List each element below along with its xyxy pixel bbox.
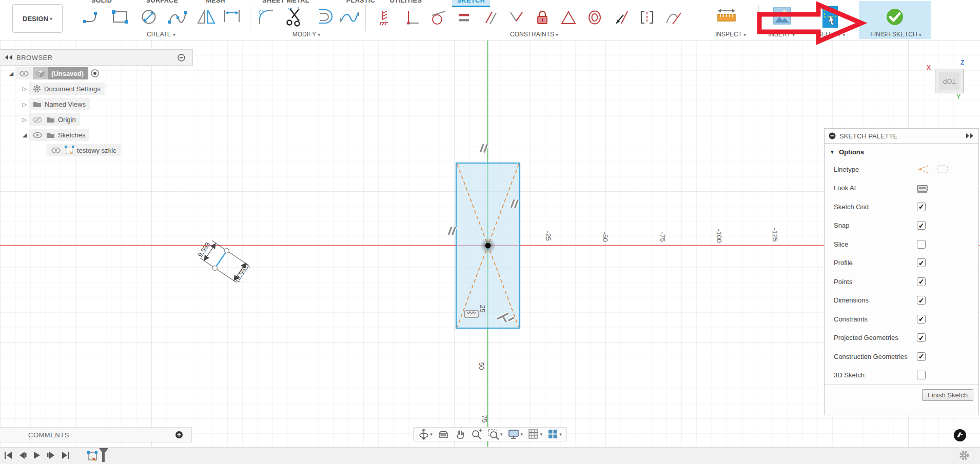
visibility-eye-icon[interactable]	[33, 132, 42, 138]
spline-tool-button[interactable]	[166, 5, 189, 29]
points-checkbox[interactable]	[917, 277, 926, 286]
construction-geometries-checkbox[interactable]	[917, 352, 926, 361]
circle-tool-button[interactable]	[137, 5, 161, 29]
play-button[interactable]	[32, 450, 42, 460]
grid-settings-button[interactable]: ▾	[528, 429, 542, 440]
symmetry-triangle-constraint-button[interactable]	[559, 8, 578, 27]
create-group-label[interactable]: CREATE	[147, 31, 175, 38]
visibility-eye-icon[interactable]	[51, 148, 61, 153]
3d-sketch-checkbox[interactable]	[917, 371, 926, 379]
autodesk-assistant-logo[interactable]	[953, 429, 967, 444]
fixed-constraint-button[interactable]	[376, 8, 395, 27]
browser-row-document[interactable]: ◢ (Unsaved)	[0, 66, 193, 81]
step-forward-button[interactable]	[46, 450, 56, 460]
step-back-button[interactable]	[17, 450, 28, 460]
rectangle-tool-button[interactable]	[108, 5, 132, 29]
pan-button[interactable]	[454, 429, 465, 440]
browser-row-origin[interactable]: ▷ Origin	[0, 112, 193, 127]
profile-checkbox[interactable]	[917, 258, 926, 267]
trim-tool-button[interactable]	[283, 5, 307, 29]
expand-toggle-icon[interactable]: ◢	[7, 70, 15, 77]
viewports-button[interactable]: ▾	[547, 429, 562, 440]
browser-row-sketches[interactable]: ◢ Sketches	[0, 127, 193, 143]
midpoint-constraint-button[interactable]	[507, 8, 525, 27]
constraints-group-label[interactable]: CONSTRAINTS	[510, 31, 558, 38]
zoom-button[interactable]	[471, 429, 482, 440]
centerline-linetype-icon[interactable]	[917, 165, 929, 174]
measure-tool-button[interactable]	[715, 5, 738, 29]
perpendicular-constraint-button[interactable]	[402, 8, 421, 27]
offset-tool-button[interactable]	[310, 5, 334, 29]
visibility-off-eye-icon[interactable]	[33, 116, 42, 123]
collapse-tree-icon[interactable]	[178, 54, 185, 62]
expand-toggle-icon[interactable]: ◢	[21, 132, 29, 138]
fillet-tool-button[interactable]	[254, 5, 278, 29]
design-workspace-dropdown[interactable]: DESIGN	[12, 4, 63, 33]
add-comment-icon[interactable]	[175, 431, 183, 439]
dimensions-checkbox[interactable]	[917, 296, 926, 305]
timeline-bar	[0, 447, 980, 464]
edit-spline-tool-button[interactable]	[338, 5, 361, 29]
origin-point[interactable]	[481, 238, 495, 253]
lock-constraint-button[interactable]	[533, 8, 552, 27]
document-item[interactable]: (Unsaved)	[33, 67, 88, 79]
palette-row-look-at: Look At	[825, 179, 978, 198]
browser-row-named-views[interactable]: ▷ Named Views	[0, 96, 193, 112]
browser-row-document-settings[interactable]: ▷ Document Settings	[0, 81, 193, 96]
annotation-arrow	[753, 0, 869, 46]
expand-toggle-icon[interactable]: ▷	[21, 86, 29, 92]
timeline-settings-gear-icon[interactable]	[958, 450, 970, 463]
sketch-dimension-tool-button[interactable]	[220, 5, 244, 29]
modify-group-label[interactable]: MODIFY	[292, 31, 321, 38]
browser-row-sketch-item[interactable]: testowy szkic	[0, 143, 193, 158]
sketch-point[interactable]	[213, 266, 218, 271]
constraints-checkbox[interactable]	[917, 315, 926, 324]
comments-bar[interactable]: COMMENTS	[0, 427, 192, 442]
slice-checkbox[interactable]	[917, 240, 926, 249]
go-to-start-button[interactable]	[3, 450, 13, 460]
tab-sketch[interactable]: SKETCH	[452, 0, 490, 7]
inspect-group-label[interactable]: INSPECT	[715, 31, 746, 38]
parallel-constraint-icon[interactable]	[479, 144, 488, 153]
collapse-panel-right-icon[interactable]	[965, 133, 974, 139]
visibility-eye-icon[interactable]	[19, 71, 29, 76]
finish-sketch-button[interactable]: Finish Sketch	[922, 389, 973, 401]
equal-constraint-button[interactable]	[455, 8, 473, 27]
look-at-icon[interactable]	[917, 184, 928, 193]
construction-linetype-icon[interactable]	[936, 165, 949, 174]
orbit-button[interactable]: ▾	[418, 429, 433, 440]
palette-row-construction-geometries: Construction Geometries	[825, 347, 978, 366]
palette-title: SKETCH PALETTE	[839, 132, 897, 140]
look-at-button[interactable]	[438, 429, 449, 439]
display-settings-button[interactable]: ▾	[508, 429, 523, 440]
tangent-constraint-button[interactable]	[428, 8, 447, 27]
zoom-window-button[interactable]: ▾	[487, 429, 503, 440]
sketch-line[interactable]	[215, 251, 227, 268]
symmetry-constraint-button[interactable]	[638, 8, 656, 27]
palette-options-section[interactable]: ▼ Options	[825, 144, 978, 160]
dimension-badge-icon[interactable]	[464, 311, 479, 317]
expand-toggle-icon[interactable]: ▷	[21, 101, 29, 108]
document-name: (Unsaved)	[51, 70, 84, 77]
sketch-grid-checkbox[interactable]	[917, 203, 926, 211]
snap-checkbox[interactable]	[917, 221, 926, 230]
sketch-point[interactable]	[225, 249, 229, 253]
line-tool-button[interactable]	[81, 5, 104, 29]
tab-utilities[interactable]: UTILITIES	[385, 0, 427, 7]
collinear-constraint-button[interactable]	[612, 8, 630, 27]
timeline-playhead-marker[interactable]	[99, 448, 109, 464]
mirror-tool-button[interactable]	[194, 5, 218, 29]
parallel-constraint-button[interactable]	[481, 8, 499, 27]
finish-sketch-toolbar-button[interactable]	[883, 5, 907, 29]
projected-geometries-checkbox[interactable]	[917, 333, 926, 342]
viewcube[interactable]: TOP	[935, 69, 964, 93]
curvature-constraint-button[interactable]	[664, 8, 682, 27]
collapse-section-icon[interactable]	[829, 132, 836, 139]
finish-sketch-group-label[interactable]: FINISH SKETCH	[870, 31, 921, 38]
expand-toggle-icon[interactable]: ▷	[21, 116, 29, 123]
concentric-constraint-button[interactable]	[585, 8, 604, 27]
collapse-panel-icon[interactable]	[4, 54, 13, 60]
go-to-end-button[interactable]	[61, 450, 71, 460]
activate-radio-icon[interactable]	[91, 69, 99, 77]
parallel-constraint-icon[interactable]	[447, 226, 457, 236]
